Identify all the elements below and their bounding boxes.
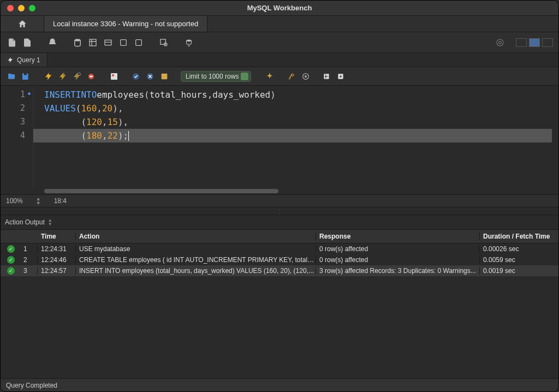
close-window-button[interactable] <box>7 5 14 11</box>
connection-tab-bar: Local instance 3306 - Warning - not supp… <box>1 16 558 32</box>
snippets-icon[interactable] <box>335 71 346 82</box>
beautify-icon[interactable] <box>264 71 275 82</box>
maximize-window-button[interactable] <box>29 5 35 11</box>
text-cursor <box>128 131 129 141</box>
connection-tab-label: Local instance 3306 - Warning - not supp… <box>53 20 198 28</box>
svg-rect-1 <box>90 39 96 46</box>
bolt-icon <box>7 57 14 63</box>
toggle-right-panel-button[interactable] <box>542 38 553 47</box>
query-tab-bar: Query 1 <box>1 53 558 67</box>
svg-point-12 <box>499 41 502 44</box>
window-title: MySQL Workbench <box>1 4 558 12</box>
connection-tab[interactable]: Local instance 3306 - Warning - not supp… <box>44 16 207 32</box>
col-time-header[interactable]: Time <box>38 233 76 240</box>
row-limit-label: Limit to 1000 rows <box>186 73 239 80</box>
output-table-header: Time Action Response Duration / Fetch Ti… <box>1 229 558 243</box>
footer-status-bar: Query Completed <box>1 378 558 391</box>
svg-rect-8 <box>160 39 165 44</box>
svg-rect-13 <box>24 73 27 75</box>
zoom-level[interactable]: 100% <box>6 197 23 205</box>
output-dropdown-icon[interactable]: ▲▼ <box>48 218 52 226</box>
create-view-icon[interactable] <box>102 37 114 49</box>
open-sql-file-icon[interactable] <box>21 37 33 49</box>
execute-icon[interactable] <box>43 71 54 82</box>
line-number: 4 <box>1 129 33 142</box>
action-output-table: Time Action Response Duration / Fetch Ti… <box>1 229 558 276</box>
output-row[interactable]: ✓ 2 12:24:46 CREATE TABLE employees ( id… <box>1 254 558 265</box>
output-row[interactable]: ✓ 1 12:24:31 USE mydatabase 0 row(s) aff… <box>1 243 558 254</box>
wrap-icon[interactable] <box>321 71 332 82</box>
titlebar: MySQL Workbench <box>1 1 558 16</box>
cursor-position: 18:4 <box>54 197 67 205</box>
editor-status-bar: 100% ▲▼ 18:4 <box>1 194 558 207</box>
toggle-limit-icon[interactable] <box>159 71 170 82</box>
home-icon <box>17 19 27 29</box>
svg-rect-14 <box>63 73 64 76</box>
svg-rect-6 <box>121 39 127 45</box>
find-icon[interactable] <box>286 71 297 82</box>
col-duration-header[interactable]: Duration / Fetch Time <box>480 233 558 240</box>
svg-point-20 <box>133 73 139 80</box>
line-gutter: 1 2 3 4 <box>1 86 33 188</box>
output-panel-header: Action Output ▲▼ <box>1 215 558 229</box>
create-function-icon[interactable] <box>133 37 145 49</box>
svg-point-10 <box>187 39 192 41</box>
commit-icon[interactable] <box>130 71 141 82</box>
app-window: MySQL Workbench Local instance 3306 - Wa… <box>0 0 559 392</box>
stop-icon[interactable] <box>86 71 97 82</box>
toggle-bottom-panel-button[interactable] <box>529 38 540 47</box>
svg-point-11 <box>497 39 503 46</box>
svg-rect-22 <box>162 73 168 79</box>
invisible-chars-icon[interactable] <box>300 71 311 82</box>
rollback-icon[interactable] <box>145 71 156 82</box>
row-limit-select[interactable]: Limit to 1000 rows <box>181 71 251 82</box>
svg-rect-18 <box>111 73 117 80</box>
panel-splitter[interactable]: ⋮ <box>1 207 558 215</box>
new-sql-tab-icon[interactable] <box>6 37 18 49</box>
zoom-updown-icon[interactable]: ▲▼ <box>36 197 41 205</box>
minimize-window-button[interactable] <box>18 5 25 11</box>
execute-current-icon[interactable] <box>57 71 68 82</box>
svg-rect-7 <box>136 39 142 45</box>
query-tab[interactable]: Query 1 <box>1 53 47 67</box>
editor-horizontal-scrollbar[interactable] <box>44 188 553 194</box>
main-toolbar <box>1 32 558 53</box>
col-action-header[interactable]: Action <box>76 233 316 240</box>
svg-point-0 <box>75 39 81 41</box>
col-response-header[interactable]: Response <box>316 233 480 240</box>
explain-icon[interactable] <box>72 71 82 82</box>
scrollbar-thumb[interactable] <box>44 189 278 193</box>
inspector-icon[interactable] <box>46 37 58 49</box>
line-number: 3 <box>1 115 33 129</box>
line-number: 2 <box>1 102 33 115</box>
svg-point-19 <box>112 74 114 76</box>
svg-point-23 <box>292 74 294 76</box>
reconnect-icon[interactable] <box>183 37 195 49</box>
sql-editor[interactable]: programguru.org 1 2 3 4 INSERT INTO empl… <box>1 86 558 188</box>
footer-status-text: Query Completed <box>6 382 57 389</box>
settings-icon[interactable] <box>494 37 506 49</box>
save-file-icon[interactable] <box>20 71 31 82</box>
success-icon: ✓ <box>7 245 15 253</box>
query-tab-label: Query 1 <box>17 56 40 64</box>
code-area[interactable]: INSERT INTO employees (total_hours, days… <box>33 86 558 188</box>
create-procedure-icon[interactable] <box>117 37 129 49</box>
create-table-icon[interactable] <box>87 37 99 49</box>
success-icon: ✓ <box>7 256 15 264</box>
create-schema-icon[interactable] <box>72 37 84 49</box>
editor-toolbar: Limit to 1000 rows <box>1 67 558 86</box>
search-table-data-icon[interactable] <box>158 37 170 49</box>
line-number: 1 <box>1 88 33 102</box>
open-file-icon[interactable] <box>6 71 17 82</box>
svg-point-25 <box>305 75 307 77</box>
output-row[interactable]: ✓ 3 12:24:57 INSERT INTO employees (tota… <box>1 265 558 276</box>
success-icon: ✓ <box>7 267 15 275</box>
output-type-label[interactable]: Action Output <box>5 218 45 226</box>
svg-rect-17 <box>90 75 92 77</box>
traffic-lights <box>1 5 35 11</box>
toggle-autocommit-icon[interactable] <box>109 71 120 82</box>
home-tab[interactable] <box>1 16 44 32</box>
toggle-left-panel-button[interactable] <box>516 38 527 47</box>
